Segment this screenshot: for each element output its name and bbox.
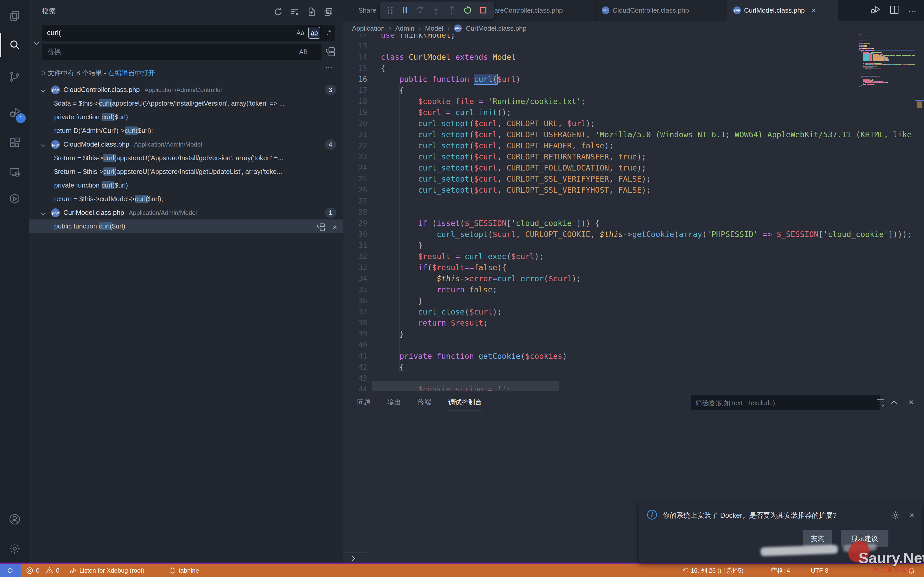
code-line[interactable]: 23 curl_setopt($curl, CURLOPT_RETURNTRAN…	[343, 151, 915, 162]
run-debug-editor-icon[interactable]	[870, 4, 881, 15]
more-actions-icon[interactable]: …	[908, 4, 917, 15]
code-line[interactable]: 33 if($result==false){	[343, 262, 915, 273]
result-match-row[interactable]: private function curl($url)	[29, 179, 343, 192]
result-match-row[interactable]: $data = $this->curl(appstoreU('Appstore/…	[29, 97, 343, 110]
panel-tab-terminal[interactable]: 终端	[418, 398, 431, 411]
search-input[interactable]	[42, 25, 335, 40]
tabnine-status[interactable]: tabnine	[169, 564, 199, 577]
maximize-panel-icon[interactable]	[889, 397, 899, 408]
code-line[interactable]: 15{	[343, 63, 915, 74]
result-match-row[interactable]: $return = $this->curl(appstoreU('Appstor…	[29, 165, 343, 179]
stop-icon[interactable]	[478, 6, 488, 15]
code-line[interactable]: 37 curl_close($curl);	[343, 306, 915, 318]
more-actions-icon[interactable]: …	[325, 61, 333, 69]
code-editor[interactable]: 12use Think\Model;1314class CurlModel ex…	[343, 34, 924, 391]
result-match-row[interactable]: public function curl($url) ×	[29, 219, 343, 233]
code-line[interactable]: 42 {	[343, 362, 915, 373]
preserve-case-toggle[interactable]: AB	[297, 46, 309, 58]
code-line[interactable]: 29 if (isset($_SESSION['cloud_cookie']))…	[343, 218, 915, 229]
code-line[interactable]: 27	[343, 195, 915, 206]
regex-toggle[interactable]: .*	[323, 27, 334, 39]
xdebug-status[interactable]: Listen for Xdebug (root)	[69, 564, 144, 577]
search-icon[interactable]	[0, 31, 29, 59]
code-line[interactable]: 31 }	[343, 240, 915, 251]
result-file-row[interactable]: php CurlModel.class.php Application/Admi…	[29, 206, 343, 219]
settings-gear-icon[interactable]	[0, 534, 29, 563]
code-line[interactable]: 18 $cookie_file = 'Runtime/cookie.txt';	[343, 96, 915, 107]
cursor-position[interactable]: 行 16, 列 26 (已选择5)	[683, 564, 743, 577]
tab-cloudcontroller[interactable]: php CloudController.class.php	[596, 0, 727, 21]
drag-grip-icon[interactable]	[386, 6, 394, 15]
code-line[interactable]: 25 curl_setopt($curl, CURLOPT_SSL_VERIFY…	[343, 173, 915, 184]
breadcrumb-item[interactable]: Admin	[396, 24, 415, 32]
code-line[interactable]: 39 }	[343, 329, 915, 340]
restart-icon[interactable]	[463, 5, 473, 15]
code-line[interactable]: 35 return false;	[343, 284, 915, 295]
remote-indicator[interactable]	[0, 564, 21, 577]
toggle-replace-chevron[interactable]	[32, 39, 41, 48]
chevron-down-icon[interactable]	[39, 87, 47, 95]
refresh-icon[interactable]	[273, 7, 284, 18]
code-line[interactable]: 16 public function curl($url)	[343, 74, 915, 85]
debug-filter-input[interactable]	[691, 396, 880, 410]
code-line[interactable]: 26 curl_setopt($curl, CURLOPT_SSL_VERIFY…	[343, 184, 915, 195]
breadcrumb-item[interactable]: CurlModel.class.php	[466, 24, 527, 32]
panel-scrollbar[interactable]	[343, 553, 369, 553]
source-control-icon[interactable]	[0, 62, 29, 91]
tab-curlmodel[interactable]: php CurlModel.class.php ×	[727, 0, 839, 21]
code-line[interactable]: 13	[343, 40, 915, 52]
result-match-row[interactable]: return = $this->curlModel->curl($url);	[29, 192, 343, 206]
result-match-row[interactable]: return D('Admin/Curl')->curl($url);	[29, 124, 343, 137]
install-button[interactable]: 安装	[803, 530, 832, 547]
extensions-icon[interactable]	[0, 128, 29, 157]
code-line[interactable]: 36 }	[343, 295, 915, 306]
code-line[interactable]: 12use Think\Model;	[343, 34, 915, 40]
code-line[interactable]: 34 $this->error=curl_error($curl);	[343, 273, 915, 284]
clear-results-icon[interactable]	[289, 7, 300, 18]
indentation-status[interactable]: 空格: 4	[771, 564, 790, 577]
minimap[interactable]	[858, 34, 915, 122]
open-search-editor-icon[interactable]	[307, 7, 318, 18]
code-line[interactable]: 24 curl_setopt($curl, CURLOPT_FOLLOWLOCA…	[343, 162, 915, 173]
code-line[interactable]: 28	[343, 206, 915, 218]
remote-explorer-icon[interactable]	[0, 158, 29, 187]
code-line[interactable]: 22 curl_setopt($curl, CURLOPT_HEADER, fa…	[343, 140, 915, 151]
chevron-down-icon[interactable]	[39, 142, 47, 150]
close-panel-icon[interactable]: ×	[908, 397, 914, 407]
breadcrumb-item[interactable]: Application	[352, 24, 384, 32]
code-line[interactable]: 40	[343, 340, 915, 351]
tab-close-icon[interactable]: ×	[812, 6, 816, 15]
notification-settings-icon[interactable]	[890, 510, 900, 520]
replace-all-icon[interactable]	[325, 47, 336, 58]
result-match-row[interactable]: private function curl($url)	[29, 110, 343, 124]
code-line[interactable]: 20 curl_setopt($curl, CURLOPT_URL, $url)…	[343, 118, 915, 129]
account-icon[interactable]	[0, 505, 29, 534]
panel-tab-debug-console[interactable]: 调试控制台	[448, 398, 482, 411]
chevron-down-icon[interactable]	[39, 210, 47, 218]
result-file-row[interactable]: php CloudController.class.php Applicatio…	[29, 83, 343, 97]
overview-ruler[interactable]	[915, 34, 924, 391]
notifications-bell-icon[interactable]	[908, 564, 915, 577]
result-match-row[interactable]: $return = $this->curl(appstoreU('Appstor…	[29, 151, 343, 165]
run-debug-icon[interactable]: 1	[0, 98, 29, 127]
pause-icon[interactable]	[400, 6, 409, 15]
code-line[interactable]: 30 curl_setopt($curl, CURLOPT_COOKIE, $t…	[343, 229, 915, 240]
show-recommendations-button[interactable]: 显示建议	[841, 530, 888, 547]
dismiss-match-icon[interactable]: ×	[332, 222, 337, 232]
match-case-toggle[interactable]: Aa	[294, 27, 306, 39]
whole-word-toggle[interactable]: ab	[309, 27, 320, 39]
code-line[interactable]: 17 {	[343, 85, 915, 96]
problems-status[interactable]: 0 0	[26, 564, 60, 577]
container-tools-icon[interactable]	[0, 184, 29, 213]
open-in-editor-link[interactable]: 在编辑器中打开	[108, 69, 155, 77]
replace-input[interactable]	[42, 44, 321, 60]
code-line[interactable]: 38 return $result;	[343, 318, 915, 329]
horizontal-scrollbar[interactable]	[372, 381, 559, 391]
code-line[interactable]: 14class CurlModel extends Model	[343, 52, 915, 63]
result-file-row[interactable]: php CloudModel.class.php Application/Adm…	[29, 137, 343, 151]
code-line[interactable]: 19 $curl = curl_init();	[343, 107, 915, 118]
notification-close-icon[interactable]: ×	[909, 510, 914, 520]
code-line[interactable]: 32 $result = curl_exec($curl);	[343, 251, 915, 262]
encoding-status[interactable]: UTF-8	[811, 564, 828, 577]
replace-match-icon[interactable]	[316, 222, 326, 232]
